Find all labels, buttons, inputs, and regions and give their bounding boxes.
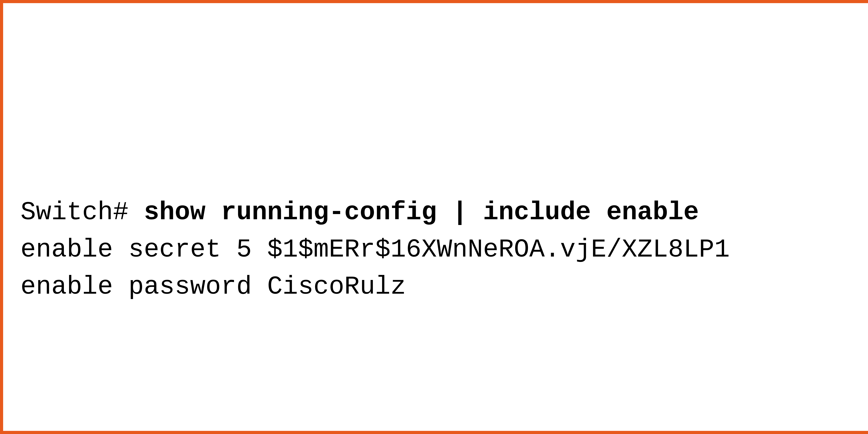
document-frame: PI V IT Switch# show running-config | in… [0, 0, 868, 434]
terminal-command: show running-config | include enable [144, 198, 699, 227]
terminal-output: Switch# show running-config | include en… [21, 194, 730, 306]
terminal-output-line-1: enable secret 5 $1$mERr$16XWnNeROA.vjE/X… [21, 231, 730, 269]
terminal-command-line: Switch# show running-config | include en… [21, 194, 730, 231]
terminal-prompt: Switch# [21, 198, 144, 227]
terminal-output-line-2: enable password CiscoRulz [21, 268, 730, 306]
